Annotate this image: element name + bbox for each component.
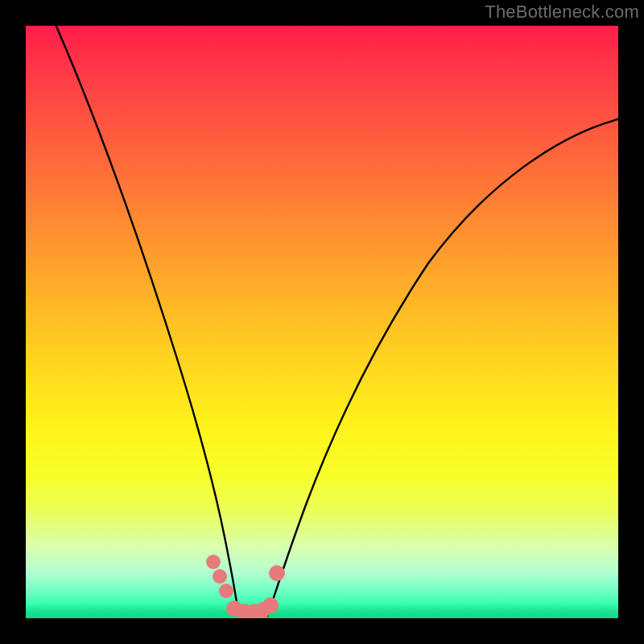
marker-dot <box>262 597 279 613</box>
plot-area <box>26 26 618 618</box>
curve-left <box>55 26 238 613</box>
chart-frame: TheBottleneck.com <box>0 0 644 644</box>
watermark-text: TheBottleneck.com <box>485 2 639 23</box>
curve-right <box>267 118 618 617</box>
curve-overlay <box>26 26 618 618</box>
marker-dot <box>206 555 221 569</box>
marker-dot <box>269 565 285 581</box>
marker-dot <box>213 569 227 584</box>
marker-group <box>206 555 285 618</box>
marker-dot <box>219 584 233 598</box>
